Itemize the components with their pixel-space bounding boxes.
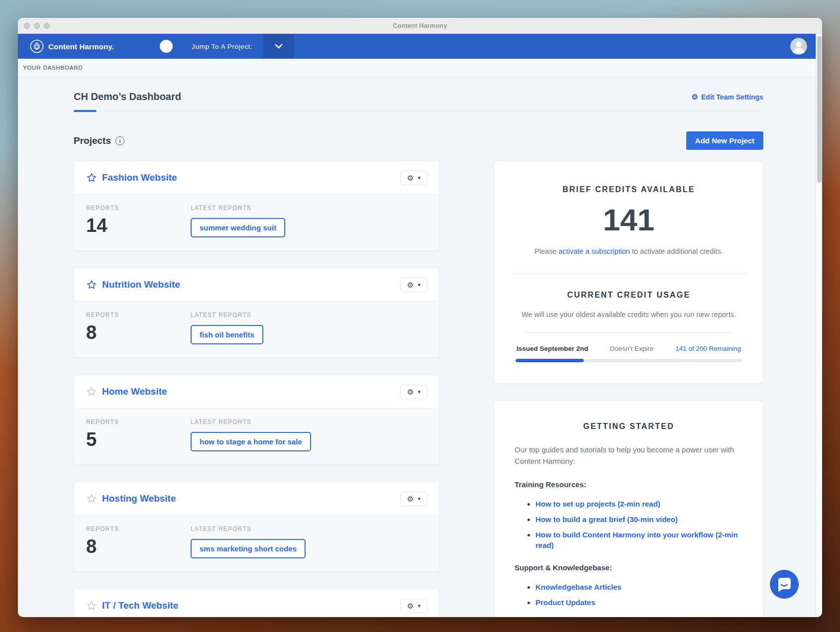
- latest-report-pill[interactable]: summer wedding suit: [191, 218, 285, 237]
- reports-count: 14: [86, 216, 191, 236]
- credit-usage-note: We will use your oldest available credit…: [516, 311, 742, 318]
- top-navbar: Content Harmony. Jump To A Project:: [18, 34, 822, 59]
- brief-credits-card: BRIEF CREDITS AVAILABLE 141 Please activ…: [494, 161, 763, 384]
- reports-label: REPORTS: [86, 312, 191, 318]
- credit-expiry: Doesn’t Expire: [610, 345, 654, 352]
- project-name-link[interactable]: Home Website: [102, 386, 167, 397]
- breadcrumb-bar: YOUR DASHBOARD: [18, 59, 822, 77]
- star-icon[interactable]: [86, 493, 97, 504]
- jump-to-project-label: Jump To A Project:: [192, 43, 252, 50]
- project-settings-dropdown[interactable]: ⚙ ▾: [401, 492, 427, 506]
- chat-widget-button[interactable]: [770, 570, 799, 599]
- close-window-button[interactable]: [24, 23, 30, 29]
- credits-title: BRIEF CREDITS AVAILABLE: [516, 185, 742, 194]
- activate-subscription-link[interactable]: activate a subscription: [558, 247, 630, 255]
- gear-icon: ⚙: [407, 281, 414, 289]
- brand-name: Content Harmony.: [48, 42, 114, 51]
- main-content: CH Demo’s Dashboard ⚙ Edit Team Settings…: [18, 77, 822, 617]
- sidebar-column: BRIEF CREDITS AVAILABLE 141 Please activ…: [494, 161, 763, 617]
- add-new-project-button[interactable]: Add New Project: [686, 131, 763, 150]
- project-card: Hosting Website ⚙ ▾ REPORTS 8 LATEST REP…: [74, 482, 439, 572]
- brand-logo[interactable]: Content Harmony.: [30, 39, 114, 53]
- window-scrollbar[interactable]: [816, 34, 822, 617]
- gear-icon: ⚙: [407, 495, 414, 503]
- getting-started-title: GETTING STARTED: [515, 422, 743, 431]
- gear-icon: ⚙: [407, 174, 414, 182]
- project-name-link[interactable]: Hosting Website: [102, 493, 176, 504]
- macos-titlebar: Content Harmony: [18, 18, 822, 34]
- credits-remaining-link[interactable]: 141 of 200 Remaining: [675, 345, 741, 352]
- training-link[interactable]: How to set up projects (2-min read): [535, 500, 660, 508]
- caret-down-icon: ▾: [418, 175, 420, 181]
- project-card: Fashion Website ⚙ ▾ REPORTS 14 LATEST RE…: [74, 161, 439, 251]
- info-icon[interactable]: i: [115, 136, 124, 145]
- latest-report-pill[interactable]: fish oil benefits: [191, 325, 263, 344]
- project-name-link[interactable]: Fashion Website: [102, 172, 177, 183]
- project-settings-dropdown[interactable]: ⚙ ▾: [401, 171, 427, 185]
- credit-progress-track: [516, 359, 742, 362]
- star-icon[interactable]: [86, 386, 97, 397]
- project-card: Nutrition Website ⚙ ▾ REPORTS 8 LATEST R…: [74, 268, 439, 358]
- list-item: Product Updates: [535, 597, 743, 608]
- caret-down-icon: ▾: [418, 282, 420, 288]
- project-settings-dropdown[interactable]: ⚙ ▾: [401, 599, 427, 613]
- app-window: Content Harmony Content Harmony.: [18, 18, 822, 617]
- training-link[interactable]: How to build Content Harmony into your w…: [535, 530, 738, 549]
- training-resources-list: How to set up projects (2-min read) How …: [515, 499, 743, 550]
- jump-to-project-dropdown[interactable]: [263, 34, 294, 59]
- support-link[interactable]: Knowledgebase Articles: [535, 583, 622, 591]
- zoom-window-button[interactable]: [44, 23, 50, 29]
- latest-reports-label: LATEST REPORTS: [191, 526, 427, 532]
- edit-team-settings-link[interactable]: ⚙ Edit Team Settings: [692, 93, 763, 102]
- latest-reports-label: LATEST REPORTS: [191, 312, 427, 318]
- getting-started-intro: Our top guides and tutorials to help you…: [515, 444, 743, 467]
- credits-note: Please activate a subscription to activa…: [516, 247, 742, 255]
- desktop-background: Content Harmony Content Harmony.: [0, 0, 840, 632]
- latest-reports-label: LATEST REPORTS: [191, 419, 427, 425]
- reports-count: 8: [86, 537, 191, 557]
- minimize-window-button[interactable]: [34, 23, 40, 29]
- support-link[interactable]: Product Updates: [535, 598, 595, 607]
- star-icon[interactable]: [86, 279, 97, 290]
- latest-reports-label: LATEST REPORTS: [191, 205, 427, 211]
- projects-title-text: Projects: [74, 135, 111, 146]
- breadcrumb[interactable]: YOUR DASHBOARD: [23, 65, 83, 71]
- title-divider: [74, 111, 763, 111]
- reports-label: REPORTS: [86, 205, 191, 211]
- training-link[interactable]: How to build a great brief (30-min video…: [535, 515, 678, 524]
- gear-icon: ⚙: [407, 388, 414, 396]
- latest-report-pill[interactable]: how to stage a home for sale: [191, 432, 311, 451]
- edit-team-settings-label: Edit Team Settings: [701, 93, 763, 101]
- credits-note-prefix: Please: [534, 247, 558, 255]
- scrollbar-thumb[interactable]: [817, 36, 822, 183]
- star-icon[interactable]: [86, 600, 97, 611]
- latest-report-pill[interactable]: sms marketing short codes: [191, 539, 306, 558]
- window-title: Content Harmony: [18, 22, 822, 29]
- user-avatar[interactable]: [790, 38, 807, 55]
- project-settings-dropdown[interactable]: ⚙ ▾: [401, 385, 427, 399]
- credits-divider: [511, 273, 747, 274]
- gear-icon: ⚙: [407, 602, 414, 610]
- caret-down-icon: ▾: [418, 389, 420, 395]
- credit-issued-date: Issued September 2nd: [517, 345, 588, 352]
- reports-label: REPORTS: [86, 526, 191, 532]
- list-item: Knowledgebase Articles: [535, 582, 743, 592]
- page-title: CH Demo’s Dashboard: [74, 91, 181, 103]
- reports-label: REPORTS: [86, 419, 191, 425]
- list-item: How to set up projects (2-min read): [535, 499, 743, 509]
- chevron-down-icon: [275, 44, 283, 49]
- gear-icon: ⚙: [692, 93, 698, 102]
- project-name-link[interactable]: Nutrition Website: [102, 279, 180, 290]
- project-settings-dropdown[interactable]: ⚙ ▾: [401, 278, 427, 292]
- usage-divider: [525, 332, 733, 333]
- support-knowledgebase-label: Support & Knowledgebase:: [515, 563, 743, 572]
- credit-usage-title: CURRENT CREDIT USAGE: [516, 291, 742, 300]
- project-card: Home Website ⚙ ▾ REPORTS 5 LATEST REPORT…: [74, 375, 439, 465]
- list-item: How to build Content Harmony into your w…: [535, 529, 743, 550]
- training-resources-label: Training Resources:: [515, 480, 743, 489]
- project-name-link[interactable]: IT / Tech Website: [102, 600, 178, 611]
- credits-note-suffix: to activate additional credits.: [630, 247, 723, 255]
- project-select-avatar: [160, 40, 173, 53]
- credits-amount: 141: [516, 202, 742, 237]
- star-icon[interactable]: [86, 172, 97, 183]
